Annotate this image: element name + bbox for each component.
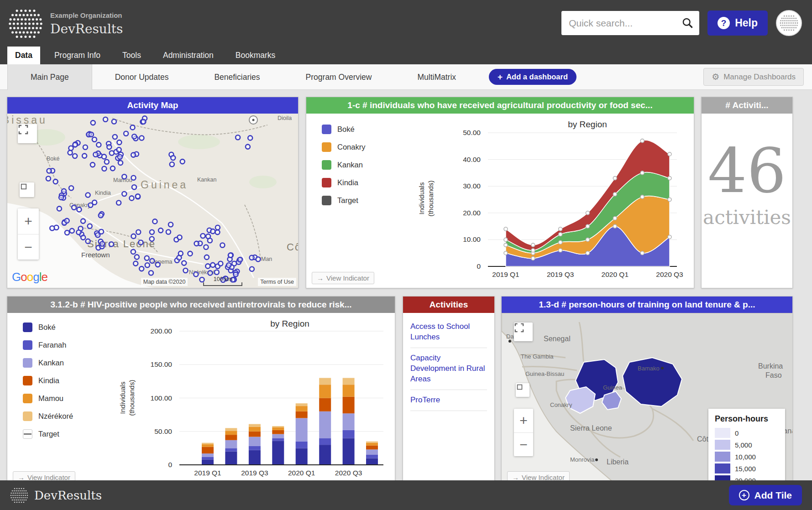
footer-brand-name: DevResults	[34, 489, 102, 502]
svg-text:(thousands): (thousands)	[427, 180, 435, 216]
legend-label: Mamou	[38, 394, 63, 403]
legend-value: 10,000	[735, 453, 756, 461]
zoom-out-button[interactable]	[18, 234, 39, 260]
person-hours-map-title: 1.3-d # person-hours of training on land…	[502, 297, 792, 313]
legend-item-mamou[interactable]: Mamou	[23, 394, 73, 403]
circle-plus-icon	[739, 490, 749, 500]
legend-item-kindia[interactable]: Kindia	[23, 376, 73, 385]
nav-item-tools[interactable]: Tools	[115, 47, 149, 64]
list-item: Access to School Lunches	[410, 317, 487, 348]
svg-text:(thousands): (thousands)	[128, 380, 136, 416]
svg-text:2019 Q1: 2019 Q1	[492, 271, 519, 278]
fullscreen-button[interactable]	[18, 124, 37, 143]
map-frame-button[interactable]	[516, 383, 529, 397]
map-label: Guinea	[141, 179, 188, 191]
map-frame-button[interactable]	[20, 182, 34, 197]
legend-row: 10,000	[715, 452, 779, 462]
brand: Example Organization DevResults	[8, 6, 123, 41]
add-dashboard-button[interactable]: Add a dashboard	[489, 69, 576, 85]
nav-item-program-info[interactable]: Program Info	[47, 47, 108, 64]
list-item: Capacity Development in Rural Areas	[410, 348, 487, 390]
svg-text:200.00: 200.00	[151, 327, 173, 335]
nav-item-administration[interactable]: Administration	[155, 47, 221, 64]
fullscreen-icon	[514, 323, 524, 333]
nav-item-data[interactable]: Data	[7, 47, 40, 64]
fullscreen-button[interactable]	[514, 323, 533, 341]
help-label: Help	[735, 17, 758, 29]
legend-item-kankan[interactable]: Kankan	[322, 160, 365, 170]
svg-text:by Region: by Region	[270, 319, 309, 328]
dashboard-content: Activity Map	[0, 90, 812, 510]
legend-item-conakry[interactable]: Conakry	[322, 142, 365, 152]
search-icon[interactable]	[681, 17, 694, 31]
dashboard-tab-program-overview[interactable]: Program Overview	[283, 64, 395, 90]
activity-link-proterre[interactable]: ProTerre	[410, 395, 487, 406]
svg-text:2020 Q1: 2020 Q1	[602, 271, 629, 278]
svg-text:2019 Q1: 2019 Q1	[194, 469, 221, 477]
legend-label: Kankan	[38, 359, 64, 367]
legend-item-bok[interactable]: Boké	[322, 125, 365, 134]
app-name: DevResults	[50, 21, 123, 36]
legend-item-kindia[interactable]: Kindia	[322, 178, 365, 187]
map-label: The Gambia	[521, 353, 554, 360]
legend-value: 0	[735, 429, 739, 437]
legend-item-target[interactable]: Target	[23, 429, 73, 439]
legend-label: Target	[38, 430, 59, 438]
fullscreen-icon	[18, 124, 29, 135]
tile-area-chart: 1-c # individuals who have received agri…	[306, 97, 694, 288]
manage-dashboards-button[interactable]: Manage Dashboards	[703, 68, 804, 86]
zoom-in-button[interactable]	[18, 208, 39, 234]
user-avatar[interactable]	[776, 10, 802, 36]
svg-text:10.00: 10.00	[463, 235, 481, 243]
legend-label: Faranah	[38, 341, 66, 349]
map-label: Guinea-Bissau	[525, 370, 564, 377]
legend-label: Kindia	[337, 178, 358, 187]
zoom-control	[514, 409, 533, 456]
activities-link-list: Access to School LunchesCapacity Develop…	[410, 317, 487, 411]
legend-value: 15,000	[735, 465, 756, 473]
svg-text:2020 Q1: 2020 Q1	[288, 469, 315, 477]
nav-item-bookmarks[interactable]: Bookmarks	[228, 47, 283, 64]
legend-row: 5,000	[715, 440, 779, 450]
legend-item-nz-r-kor[interactable]: Nzérékoré	[23, 411, 73, 421]
activity-map-canvas[interactable]: Guinea-BissauBokéKindiaMamouGuineaKankan…	[7, 114, 298, 288]
zoom-in-button[interactable]	[514, 409, 533, 432]
legend-item-faranah[interactable]: Faranah	[23, 340, 73, 350]
dashboard-tab-beneficiaries[interactable]: Beneficiaries	[191, 64, 283, 90]
arrow-icon	[317, 274, 324, 282]
legend-swatch	[322, 142, 331, 152]
svg-text:by Region: by Region	[568, 120, 607, 129]
zoom-out-button[interactable]	[514, 432, 533, 456]
svg-text:150.00: 150.00	[151, 360, 173, 368]
legend-label: Kankan	[337, 161, 363, 169]
bar-chart-body: BokéFaranahKankanKindiaMamouNzérékoréTar…	[7, 313, 395, 487]
globe-icon	[780, 14, 798, 32]
dashboard-tab-multimatrix[interactable]: MultiMatrix	[395, 64, 479, 90]
legend-item-target[interactable]: Target	[322, 196, 365, 205]
question-icon	[718, 17, 730, 29]
bar-chart-title-bar: 3.1.2-b # HIV-positive people who receiv…	[7, 297, 395, 313]
legend-item-kankan[interactable]: Kankan	[23, 358, 73, 368]
google-logo[interactable]: Google	[12, 270, 47, 284]
search-input[interactable]	[561, 11, 699, 35]
help-button[interactable]: Help	[707, 10, 768, 36]
tile-activities-count: # Activiti... 46 activities	[701, 97, 793, 288]
map-label: Guinea	[603, 384, 623, 391]
activity-link-capacity-development-in-rural-areas[interactable]: Capacity Development in Rural Areas	[410, 353, 487, 385]
activity-link-access-to-school-lunches[interactable]: Access to School Lunches	[410, 322, 487, 343]
dashboard-tab-main-page[interactable]: Main Page	[7, 64, 92, 90]
scale-bar	[203, 282, 242, 286]
legend-label: Boké	[337, 125, 355, 134]
svg-text:50.00: 50.00	[154, 427, 172, 435]
view-indicator-button[interactable]: View Indicator	[312, 272, 374, 284]
map-label: Burkina	[758, 362, 783, 370]
person-hours-legend: Person-hours 05,00010,00015,00020,000	[708, 409, 785, 487]
dashboard-tab-donor-updates[interactable]: Donor Updates	[92, 64, 192, 90]
legend-label: Conakry	[337, 143, 365, 151]
tile-activities-links: Activities Access to School LunchesCapac…	[403, 296, 495, 488]
person-hours-map-canvas[interactable]: DakarSenegalThe GambiaGuinea-BissauBamak…	[502, 313, 792, 487]
legend-swatch	[23, 394, 32, 403]
legend-item-bok[interactable]: Boké	[23, 323, 73, 332]
terms-link[interactable]: Terms of Use	[258, 278, 296, 286]
add-tile-button[interactable]: Add Tile	[729, 485, 802, 505]
